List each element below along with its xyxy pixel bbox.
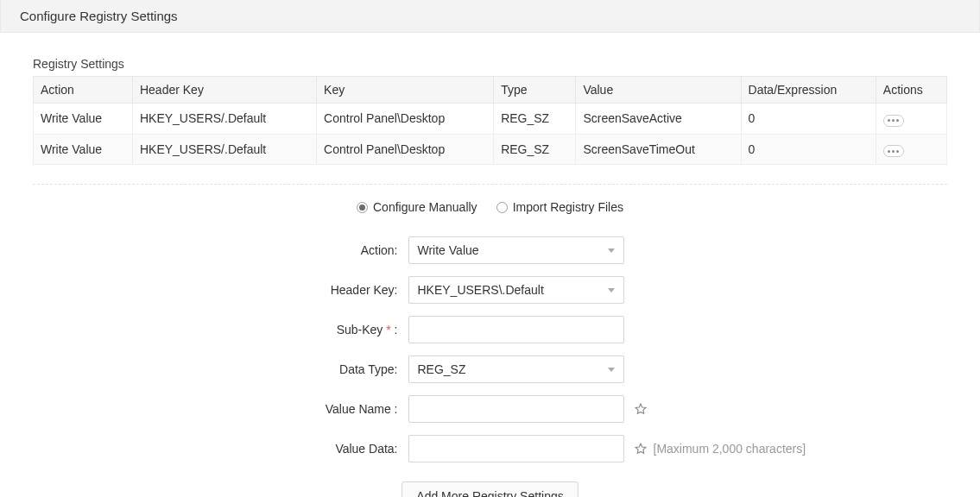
required-asterisk: *: [386, 323, 390, 337]
radio-label: Import Registry Files: [513, 200, 623, 214]
cell-type: REG_SZ: [494, 134, 576, 165]
data-type-select-value: REG_SZ: [418, 362, 466, 376]
radio-import-registry-files[interactable]: Import Registry Files: [496, 200, 623, 214]
sub-key-input[interactable]: [408, 316, 624, 343]
row-actions-button[interactable]: [883, 145, 904, 157]
table-row: Write Value HKEY_USERS/.Default Control …: [34, 134, 947, 165]
data-type-select[interactable]: REG_SZ: [408, 355, 624, 383]
cell-key: Control Panel\Desktop: [317, 134, 494, 165]
table-title: Registry Settings: [33, 57, 947, 71]
content: Registry Settings Action Header Key Key …: [0, 33, 980, 497]
cell-data: 0: [741, 104, 876, 135]
radio-dot-icon: [357, 202, 368, 213]
table-row: Write Value HKEY_USERS/.Default Control …: [34, 104, 947, 135]
radio-label: Configure Manually: [373, 200, 477, 214]
cell-value: ScreenSaveActive: [576, 104, 741, 135]
header-key-select[interactable]: HKEY_USERS\.Default: [408, 276, 624, 304]
header-key-select-value: HKEY_USERS\.Default: [418, 283, 544, 297]
chevron-down-icon: [608, 288, 615, 293]
col-key: Key: [317, 77, 494, 104]
value-name-input[interactable]: [408, 395, 624, 423]
col-header-key: Header Key: [132, 77, 316, 104]
col-type: Type: [494, 77, 576, 104]
cell-action: Write Value: [34, 134, 133, 165]
row-actions-button[interactable]: [883, 115, 904, 127]
label-header-key: Header Key:: [174, 283, 398, 297]
registry-form: Action: Write Value Header Key: HKEY_USE…: [33, 236, 947, 462]
cell-actions: [876, 104, 946, 135]
cell-action: Write Value: [34, 104, 133, 135]
table-header-row: Action Header Key Key Type Value Data/Ex…: [34, 77, 947, 104]
svg-marker-1: [635, 444, 646, 453]
cell-actions: [876, 134, 946, 165]
add-more-registry-settings-button[interactable]: Add More Registry Settings: [401, 481, 578, 497]
cell-type: REG_SZ: [494, 104, 576, 135]
chevron-down-icon: [608, 248, 615, 253]
label-value-data: Value Data:: [174, 442, 398, 456]
label-action: Action:: [174, 243, 398, 257]
action-select-value: Write Value: [418, 243, 479, 257]
cell-key: Control Panel\Desktop: [317, 104, 494, 135]
panel-header: Configure Registry Settings: [0, 0, 980, 33]
cell-header-key: HKEY_USERS/.Default: [132, 134, 316, 165]
label-sub-key: Sub-Key * :: [174, 323, 398, 337]
value-data-input[interactable]: [408, 435, 624, 462]
radio-configure-manually[interactable]: Configure Manually: [357, 200, 477, 214]
col-value: Value: [576, 77, 741, 104]
value-data-hint: [Maximum 2,000 characters]: [654, 442, 806, 456]
cell-data: 0: [741, 134, 876, 165]
col-actions: Actions: [876, 77, 946, 104]
panel-title: Configure Registry Settings: [20, 9, 178, 23]
divider: [33, 184, 947, 185]
label-data-type: Data Type:: [174, 362, 398, 376]
chevron-down-icon: [608, 368, 615, 372]
radio-dot-icon: [496, 202, 508, 213]
registry-table: Action Header Key Key Type Value Data/Ex…: [33, 76, 947, 165]
star-icon[interactable]: [635, 443, 647, 455]
mode-radio-group: Configure Manually Import Registry Files: [33, 200, 947, 214]
cell-header-key: HKEY_USERS/.Default: [132, 104, 316, 135]
cell-value: ScreenSaveTimeOut: [576, 134, 741, 165]
star-icon[interactable]: [635, 403, 647, 415]
svg-marker-0: [635, 404, 646, 413]
col-action: Action: [34, 77, 133, 104]
action-select[interactable]: Write Value: [408, 236, 624, 264]
label-value-name: Value Name :: [174, 402, 398, 416]
col-data: Data/Expression: [741, 77, 876, 104]
